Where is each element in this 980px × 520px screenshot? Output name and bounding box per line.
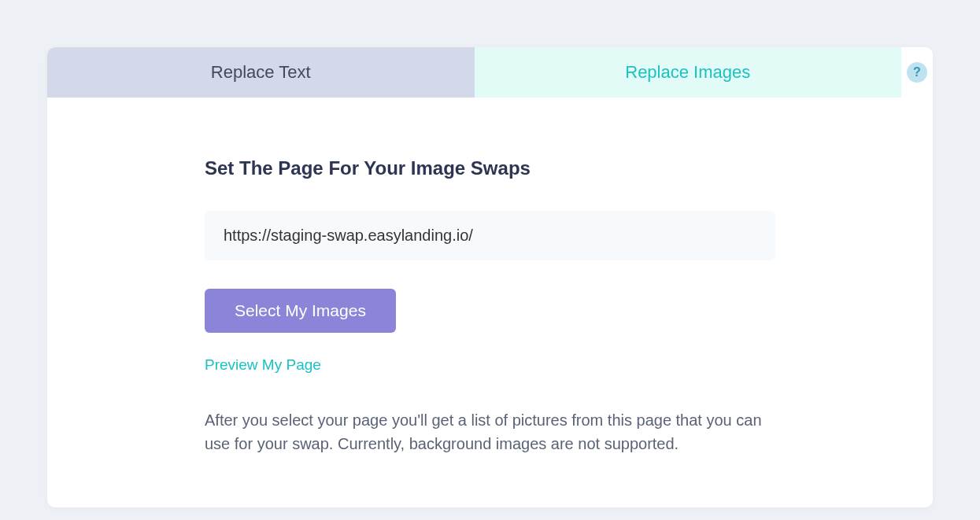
content-area: Set The Page For Your Image Swaps Select…	[47, 98, 933, 507]
section-heading: Set The Page For Your Image Swaps	[205, 157, 775, 179]
helper-text: After you select your page you'll get a …	[205, 408, 771, 455]
tab-replace-text-label: Replace Text	[211, 62, 311, 83]
help-icon-label: ?	[913, 65, 921, 79]
main-card: Replace Text Replace Images ? Set The Pa…	[47, 47, 933, 507]
help-tab: ?	[901, 47, 933, 98]
tabs-bar: Replace Text Replace Images ?	[47, 47, 933, 98]
tab-replace-images-label: Replace Images	[625, 62, 750, 83]
help-icon[interactable]: ?	[907, 62, 927, 83]
tab-replace-text[interactable]: Replace Text	[47, 47, 475, 98]
url-input[interactable]	[205, 211, 775, 260]
preview-page-link[interactable]: Preview My Page	[205, 356, 775, 374]
select-images-button[interactable]: Select My Images	[205, 289, 396, 333]
tab-replace-images[interactable]: Replace Images	[475, 47, 902, 98]
